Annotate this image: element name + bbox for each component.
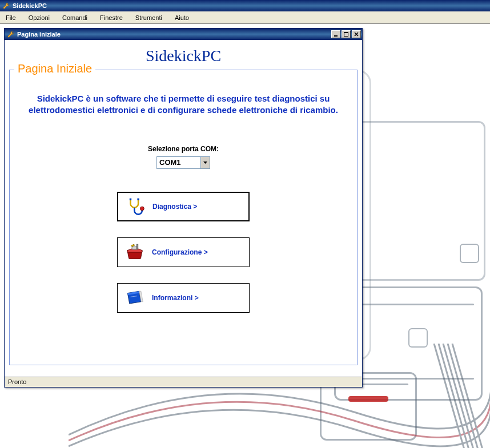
- menu-opzioni[interactable]: Opzioni: [26, 14, 52, 22]
- stethoscope-icon: [118, 197, 152, 216]
- svg-rect-5: [137, 198, 139, 200]
- description: SidekickPC è un software che ti permette…: [10, 93, 357, 116]
- informazioni-label: Informazioni >: [152, 294, 249, 302]
- diagnostica-button[interactable]: Diagnostica >: [117, 192, 250, 221]
- status-text: Pronto: [8, 378, 26, 385]
- minimize-button[interactable]: [331, 30, 340, 38]
- menu-comandi[interactable]: Comandi: [60, 14, 90, 22]
- toolbox-icon: [118, 244, 152, 261]
- svg-rect-2: [344, 32, 348, 33]
- mdi-area: Pagina iniziale SidekickPC Pagina Inizia…: [0, 24, 490, 448]
- configurazione-button[interactable]: Configurazione >: [117, 237, 250, 267]
- com-label: Selezione porta COM:: [10, 145, 357, 153]
- configurazione-label: Configurazione >: [152, 248, 249, 256]
- child-window: Pagina iniziale SidekickPC Pagina Inizia…: [4, 28, 363, 388]
- dropdown-button[interactable]: [200, 157, 210, 168]
- child-content: SidekickPC Pagina Iniziale SidekickPC è …: [5, 40, 362, 377]
- menu-strumenti[interactable]: Strumenti: [133, 14, 164, 22]
- diagnostica-label: Diagnostica >: [152, 203, 248, 211]
- book-icon: [118, 290, 152, 306]
- main-fieldset: Pagina Iniziale SidekickPC è un software…: [9, 70, 358, 365]
- wrench-icon: [2, 2, 10, 10]
- child-titlebar: Pagina iniziale: [5, 29, 362, 40]
- description-line1: SidekickPC è un software che ti permette…: [37, 94, 330, 103]
- svg-rect-4: [130, 198, 131, 200]
- child-window-title: Pagina iniziale: [17, 31, 330, 38]
- com-section: Selezione porta COM: COM1: [10, 145, 357, 169]
- informazioni-button[interactable]: Informazioni >: [117, 283, 250, 313]
- svg-rect-0: [334, 35, 338, 37]
- com-port-combobox[interactable]: COM1: [156, 156, 210, 169]
- menu-file[interactable]: File: [3, 14, 18, 22]
- description-line2: elettrodomestici elettronici e di config…: [29, 105, 338, 115]
- status-bar: Pronto: [5, 377, 362, 387]
- chevron-down-icon: [203, 162, 207, 164]
- menu-aiuto[interactable]: Aiuto: [172, 14, 191, 22]
- app-titlebar: SidekickPC: [0, 0, 490, 11]
- svg-point-3: [140, 207, 144, 211]
- fieldset-legend: Pagina Iniziale: [14, 62, 95, 75]
- close-button[interactable]: [352, 30, 361, 38]
- app-title: SidekickPC: [13, 2, 47, 9]
- wrench-icon: [7, 30, 15, 38]
- svg-rect-6: [136, 244, 138, 249]
- actions: Diagnostica > Configuraz: [10, 192, 357, 313]
- page-heading: SidekickPC: [5, 40, 362, 65]
- menubar: File Opzioni Comandi Finestre Strumenti …: [0, 11, 490, 24]
- menu-finestre[interactable]: Finestre: [98, 14, 125, 22]
- com-port-value: COM1: [157, 157, 200, 168]
- maximize-button[interactable]: [342, 30, 351, 38]
